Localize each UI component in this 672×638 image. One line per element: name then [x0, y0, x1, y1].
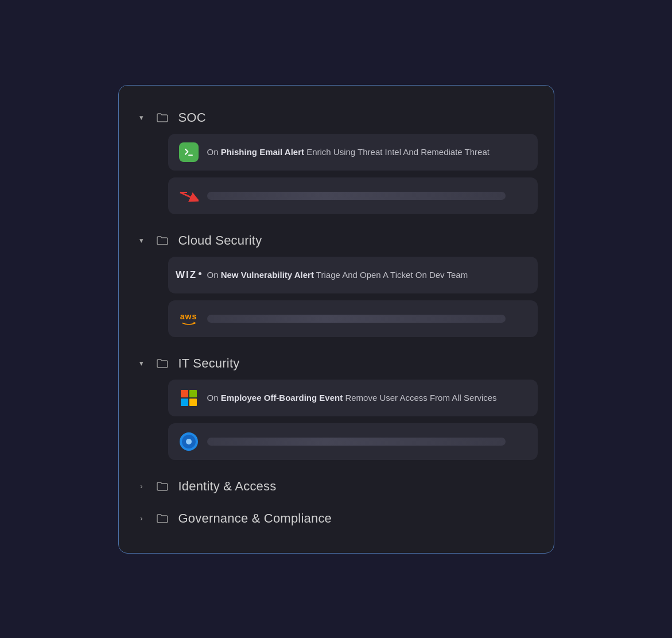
section-cloud-title: Cloud Security	[178, 233, 262, 248]
section-identity-title: Identity & Access	[178, 479, 277, 494]
section-identity-header[interactable]: › Identity & Access	[135, 473, 538, 502]
aws-loading-item: aws	[168, 300, 538, 337]
chevron-right-icon-2: ›	[137, 514, 146, 523]
terminal-icon	[178, 142, 199, 163]
svg-marker-4	[193, 322, 196, 324]
chevron-down-icon: ▾	[137, 113, 146, 122]
svg-line-2	[180, 192, 195, 199]
section-soc-title: SOC	[178, 110, 206, 125]
offboarding-text: On Employee Off-Boarding Event Remove Us…	[207, 393, 527, 403]
phishing-alert-item[interactable]: On Phishing Email Alert Enrich Using Thr…	[168, 134, 538, 171]
chevron-right-icon: ›	[137, 482, 146, 490]
vulnerability-alert-text: On New Vulnerability Alert Triage And Op…	[207, 270, 527, 280]
section-soc-header[interactable]: ▾ SOC	[135, 104, 538, 134]
red-arrow-icon	[178, 185, 199, 206]
aws-icon: aws	[178, 308, 199, 329]
phishing-alert-text: On Phishing Email Alert Enrich Using Thr…	[207, 147, 527, 157]
chevron-down-icon-3: ▾	[137, 359, 146, 368]
it-loading-item	[168, 423, 538, 460]
chevron-down-icon-2: ▾	[137, 236, 146, 245]
cloud-items: WIZ On New Vulnerability Alert Triage An…	[135, 257, 538, 347]
it-items: On Employee Off-Boarding Event Remove Us…	[135, 380, 538, 470]
folder-icon-5	[154, 511, 170, 527]
soc-items: On Phishing Email Alert Enrich Using Thr…	[135, 134, 538, 225]
vulnerability-alert-item[interactable]: WIZ On New Vulnerability Alert Triage An…	[168, 257, 538, 293]
soc-loading-item	[168, 177, 538, 214]
folder-icon-4	[154, 478, 170, 494]
section-cloud-security-header[interactable]: ▾ Cloud Security	[135, 227, 538, 257]
it-loading-bar	[207, 438, 506, 446]
soc-loading-bar	[207, 192, 506, 200]
folder-icon-2	[154, 233, 170, 249]
section-governance-header[interactable]: › Governance & Compliance	[135, 505, 538, 535]
wiz-icon: WIZ	[178, 265, 199, 285]
blue-circle-icon	[178, 431, 199, 452]
microsoft-icon	[178, 388, 199, 408]
section-governance-title: Governance & Compliance	[178, 511, 332, 526]
folder-icon	[154, 110, 170, 126]
main-panel: ▾ SOC On Phishing Email Alert Enrich Usi…	[118, 85, 554, 554]
aws-loading-bar	[207, 315, 506, 323]
section-it-title: IT Security	[178, 356, 240, 371]
section-it-security-header[interactable]: ▾ IT Security	[135, 350, 538, 380]
offboarding-event-item[interactable]: On Employee Off-Boarding Event Remove Us…	[168, 380, 538, 416]
folder-icon-3	[154, 355, 170, 372]
